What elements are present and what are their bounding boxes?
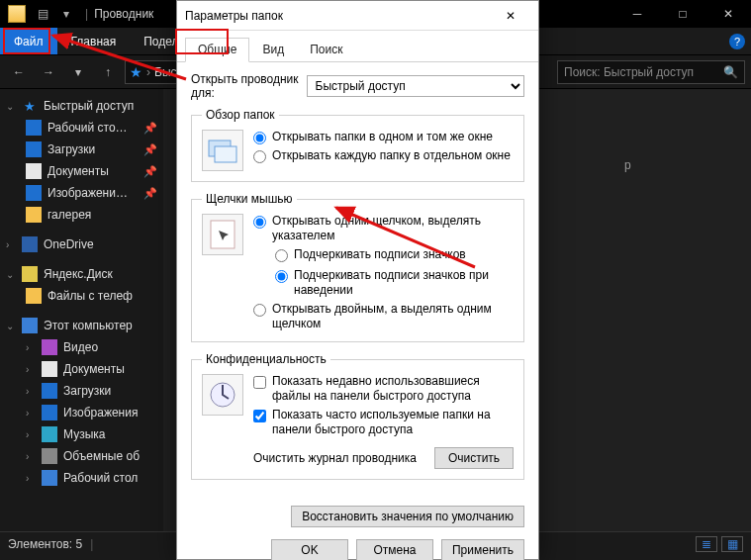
sidebar-item-pictures-pc[interactable]: ›Изображения xyxy=(0,402,163,423)
help-button[interactable]: ? xyxy=(723,28,751,54)
sidebar-item-desktop-pc[interactable]: ›Рабочий стол xyxy=(0,467,163,489)
nav-back-button[interactable]: ← xyxy=(6,59,32,85)
radio-double-click[interactable]: Открывать двойным, а выделять одним щелч… xyxy=(253,302,514,331)
check-label: Показать часто используемые папки на пан… xyxy=(272,408,514,437)
radio-label: Подчеркивать подписи значков при наведен… xyxy=(294,268,514,298)
sidebar-item-documents[interactable]: Документы📌 xyxy=(0,160,163,182)
sidebar-label: Рабочий стол xyxy=(63,471,138,485)
check-recent-files[interactable]: Показать недавно использовавшиеся файлы … xyxy=(253,374,514,404)
sidebar-item-pictures[interactable]: Изображени…📌 xyxy=(0,182,163,204)
folder-icon xyxy=(26,288,42,304)
sidebar-item-downloads-pc[interactable]: ›Загрузки xyxy=(0,380,163,402)
chevron-right-icon: › xyxy=(26,386,36,397)
radio-same-window[interactable]: Открывать папки в одном и том же окне xyxy=(253,130,511,144)
minimize-button[interactable]: ─ xyxy=(614,0,660,28)
sidebar-label: Изображения xyxy=(63,406,138,420)
sidebar-item-volumes[interactable]: ›Объемные об xyxy=(0,445,163,467)
onedrive-icon xyxy=(22,236,38,252)
sidebar-label: галерея xyxy=(47,208,91,222)
explorer-app-icon xyxy=(8,5,26,23)
radio-label: Подчеркивать подписи значков xyxy=(294,247,466,262)
sidebar-onedrive[interactable]: ›OneDrive xyxy=(0,233,163,255)
sidebar-label: Загрузки xyxy=(47,142,95,156)
sidebar-thispc[interactable]: ⌄Этот компьютер xyxy=(0,315,163,336)
dialog-titlebar[interactable]: Параметры папок ✕ xyxy=(177,1,538,31)
tab-view[interactable]: Вид xyxy=(249,38,297,62)
sidebar-label: Видео xyxy=(63,340,98,354)
chevron-down-icon: ⌄ xyxy=(6,269,16,280)
title-separator: | xyxy=(85,7,88,21)
sidebar-label: Документы xyxy=(63,362,125,376)
group-privacy: Конфиденциальность Показать недавно испо… xyxy=(191,352,524,480)
clear-history-button[interactable]: Очистить xyxy=(434,447,514,469)
dialog-close-button[interactable]: ✕ xyxy=(491,2,530,30)
qat-properties-icon[interactable]: ▤ xyxy=(32,3,53,25)
privacy-icon xyxy=(202,374,243,416)
sidebar-label: Музыка xyxy=(63,427,105,441)
folder-icon xyxy=(26,207,42,223)
sidebar-label: Этот компьютер xyxy=(44,319,133,332)
chevron-right-icon: › xyxy=(26,451,36,462)
tab-search-opts[interactable]: Поиск xyxy=(297,38,355,62)
folder-options-dialog: Параметры папок ✕ Общие Вид Поиск Открыт… xyxy=(176,0,539,560)
radio-underline-hover[interactable]: Подчеркивать подписи значков при наведен… xyxy=(275,268,514,298)
tab-general[interactable]: Общие xyxy=(185,38,249,62)
volumes-icon xyxy=(42,448,57,464)
sidebar-label: Документы xyxy=(47,164,109,178)
qat-newfolder-icon[interactable]: ▾ xyxy=(55,3,77,25)
close-button[interactable]: ✕ xyxy=(705,0,751,28)
search-placeholder: Поиск: Быстрый доступ xyxy=(564,65,694,79)
dialog-title: Параметры папок xyxy=(185,9,283,23)
dialog-tabs: Общие Вид Поиск xyxy=(177,31,538,62)
sidebar-yadisk[interactable]: ⌄Яндекс.Диск xyxy=(0,263,163,285)
chevron-right-icon: › xyxy=(26,342,36,353)
sidebar-item-gallery[interactable]: галерея xyxy=(0,204,163,226)
sidebar-item-documents-pc[interactable]: ›Документы xyxy=(0,358,163,380)
sidebar-item-yadisk-phone[interactable]: Файлы с телеф xyxy=(0,285,163,307)
sidebar-label: Файлы с телеф xyxy=(47,289,133,303)
restore-defaults-button[interactable]: Восстановить значения по умолчанию xyxy=(291,506,524,527)
star-icon: ★ xyxy=(130,64,142,80)
radio-underline-all[interactable]: Подчеркивать подписи значков xyxy=(275,247,514,262)
check-freq-folders[interactable]: Показать часто используемые папки на пан… xyxy=(253,408,514,437)
tab-file[interactable]: Файл xyxy=(0,28,57,54)
desktop-icon xyxy=(26,120,42,136)
radio-label: Открывать одним щелчком, выделять указат… xyxy=(272,214,514,243)
group-click-legend: Щелчки мышью xyxy=(202,192,297,206)
group-browse-legend: Обзор папок xyxy=(202,108,279,122)
music-icon xyxy=(42,426,57,442)
group-browse-folders: Обзор папок Открывать папки в одном и то… xyxy=(191,108,524,182)
search-box[interactable]: Поиск: Быстрый доступ 🔍 xyxy=(557,60,745,84)
downloads-icon xyxy=(26,141,42,157)
clear-history-label: Очистить журнал проводника xyxy=(253,451,422,465)
nav-forward-button[interactable]: → xyxy=(36,59,61,85)
pin-icon: 📌 xyxy=(143,143,157,156)
pictures-icon xyxy=(42,405,57,420)
chevron-right-icon: › xyxy=(26,364,36,375)
pc-icon xyxy=(22,318,38,333)
downloads-icon xyxy=(42,383,57,399)
radio-label: Открывать двойным, а выделять одним щелч… xyxy=(272,302,514,331)
video-icon xyxy=(42,339,57,355)
svg-rect-1 xyxy=(215,146,236,162)
chevron-right-icon: › xyxy=(146,65,150,79)
radio-single-click[interactable]: Открывать одним щелчком, выделять указат… xyxy=(253,214,514,243)
sidebar-item-music[interactable]: ›Музыка xyxy=(0,423,163,445)
sidebar-item-desktop[interactable]: Рабочий сто…📌 xyxy=(0,117,163,139)
cancel-button[interactable]: Отмена xyxy=(356,539,433,560)
tab-home[interactable]: Главная xyxy=(57,28,131,54)
view-details-button[interactable]: ≣ xyxy=(696,536,717,552)
ok-button[interactable]: OK xyxy=(271,539,348,560)
open-for-select[interactable]: Быстрый доступ xyxy=(307,75,524,97)
maximize-button[interactable]: □ xyxy=(660,0,705,28)
view-icons-button[interactable]: ▦ xyxy=(721,536,743,552)
chevron-down-icon: ⌄ xyxy=(6,321,16,331)
sidebar-item-video[interactable]: ›Видео xyxy=(0,336,163,358)
radio-new-window[interactable]: Открывать каждую папку в отдельном окне xyxy=(253,148,511,163)
apply-button[interactable]: Применить xyxy=(441,539,524,560)
nav-history-icon[interactable]: ▾ xyxy=(65,59,91,85)
nav-up-button[interactable]: ↑ xyxy=(95,59,121,85)
sidebar-item-downloads[interactable]: Загрузки📌 xyxy=(0,139,163,160)
sidebar-label: Быстрый доступ xyxy=(44,99,134,113)
sidebar-quick-access[interactable]: ⌄★Быстрый доступ xyxy=(0,95,163,117)
